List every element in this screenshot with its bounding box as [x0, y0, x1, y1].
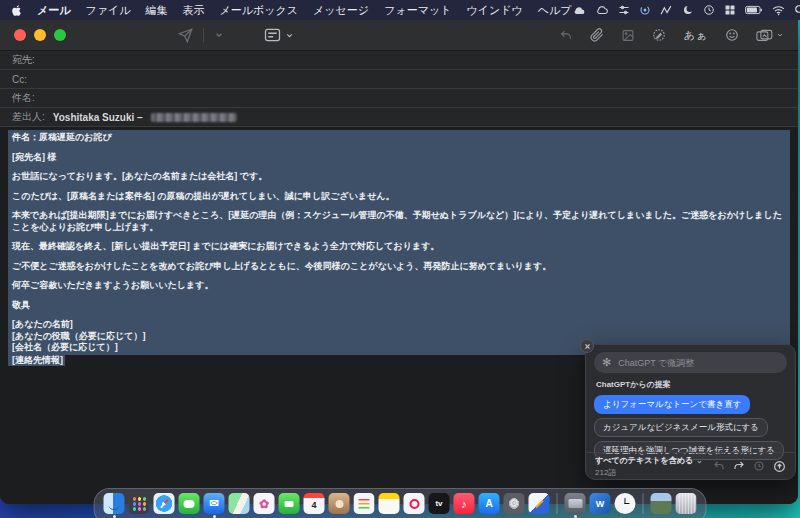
clock-status-icon[interactable] — [703, 4, 715, 16]
cloud-sync-icon[interactable] — [595, 4, 609, 16]
dock-item-word[interactable]: W — [590, 493, 611, 514]
body-paragraph: 本来であれば[提出期限]までにお届けすべきところ、[遅延の理由（例：スケジュール… — [12, 210, 786, 233]
mail-compose-window: あぁ 宛先: Cc: 件名: 差出人: Yoshitaka Suzuki – — [0, 20, 798, 504]
menu-item-6[interactable]: フォーマット — [384, 3, 451, 18]
menu-item-0[interactable]: メール — [37, 3, 71, 18]
dock-separator — [643, 493, 644, 514]
dock-item-maps[interactable] — [229, 493, 250, 514]
suggestion-pill-1[interactable]: カジュアルなビジネスメール形式にする — [594, 418, 768, 437]
apple-menu-icon[interactable] — [10, 3, 23, 18]
screen-window-app-icon — [565, 493, 586, 514]
calendar-app-icon: 4 — [304, 493, 325, 514]
search-icon[interactable] — [794, 4, 800, 16]
app-store-app-icon: A — [479, 493, 500, 514]
chevron-updown-icon: ⌄ — [696, 456, 703, 465]
apple-tv-app-icon: tv — [429, 493, 450, 514]
close-window-button[interactable] — [14, 29, 26, 41]
subject-label: 件名: — [12, 91, 35, 105]
dock-item-notes[interactable] — [379, 493, 400, 514]
media-browser-button[interactable] — [756, 29, 784, 42]
emoji-icon[interactable] — [725, 28, 739, 42]
activity-icon[interactable] — [660, 5, 673, 16]
signature-line: [あなたの役職（必要に応じて）] — [12, 331, 786, 343]
dock-item-keynote[interactable] — [529, 493, 550, 514]
facetime-app-icon — [279, 493, 300, 514]
minimize-window-button[interactable] — [34, 29, 46, 41]
chatgpt-input-wrap[interactable]: ✻ — [594, 352, 787, 373]
dock-item-mail[interactable]: ✉ — [204, 493, 225, 514]
to-field[interactable]: 宛先: — [0, 51, 798, 70]
chevron-down-icon[interactable] — [214, 30, 224, 40]
dock-item-photos[interactable]: ✿ — [254, 493, 275, 514]
redo-icon[interactable] — [733, 460, 745, 472]
subject-field[interactable]: 件名: — [0, 89, 798, 108]
body-paragraph: ご不便とご迷惑をおかけしたことを改めてお詫び申し上げるとともに、今後同様のことが… — [12, 261, 786, 273]
menu-item-1[interactable]: ファイル — [86, 3, 131, 18]
body-paragraph: 何卒ご容赦いただきますようお願いいたします。 — [12, 280, 786, 292]
scope-block: すべてのテキストを含める ⌄ 212語 — [595, 455, 703, 478]
battery-icon[interactable] — [745, 5, 763, 15]
moon-icon[interactable] — [682, 4, 694, 16]
launchpad-app-icon — [129, 493, 150, 514]
insert-photo-icon[interactable] — [621, 29, 635, 42]
undo-icon[interactable] — [713, 460, 725, 472]
dock-item-launchpad[interactable] — [129, 493, 150, 514]
menu-item-7[interactable]: ウインドウ — [466, 3, 522, 18]
sliders-icon[interactable] — [618, 4, 630, 16]
suggestions-label: ChatGPTからの提案 — [596, 379, 787, 390]
menu-item-2[interactable]: 編集 — [146, 3, 168, 18]
format-button[interactable]: あぁ — [683, 28, 708, 43]
body-paragraph: 敬具 — [12, 300, 786, 312]
from-field[interactable]: 差出人: Yoshitaka Suzuki – — [0, 108, 798, 127]
dock-item-photo-file[interactable] — [651, 493, 672, 514]
dock-item-facetime[interactable] — [279, 493, 300, 514]
retry-icon[interactable] — [753, 460, 765, 472]
screenshot-grid-icon[interactable] — [724, 4, 736, 16]
dock-item-reminders[interactable] — [354, 493, 375, 514]
body-paragraph: お世話になっております。[あなたの名前または会社名] です。 — [12, 171, 786, 183]
submit-icon[interactable] — [773, 460, 786, 473]
status-icons — [572, 4, 800, 16]
dock-item-music[interactable]: ♪ — [454, 493, 475, 514]
panel-footer: すべてのテキストを含める ⌄ 212語 — [586, 452, 795, 479]
writing-tools-icon[interactable] — [652, 28, 666, 42]
menu-item-4[interactable]: メールボックス — [220, 3, 299, 18]
redacted-email — [151, 113, 237, 122]
chatgpt-input[interactable] — [616, 357, 779, 369]
window-titlebar[interactable]: あぁ — [0, 20, 798, 51]
dock-item-system-settings[interactable]: ⚙ — [504, 493, 525, 514]
menu-item-5[interactable]: メッセージ — [313, 3, 369, 18]
suggestion-pill-0[interactable]: よりフォーマルなトーンで書き直す — [594, 395, 750, 414]
dock-item-contacts[interactable] — [329, 493, 350, 514]
header-fields-button[interactable] — [264, 28, 294, 42]
network-swirl-icon[interactable] — [639, 4, 651, 16]
attachment-icon[interactable] — [590, 28, 604, 42]
dock-item-safari[interactable] — [154, 493, 175, 514]
body-paragraph: [宛先名] 様 — [12, 152, 786, 164]
dock-item-apple-tv[interactable]: tv — [429, 493, 450, 514]
selected-text-block: 件名：原稿遅延のお詫び[宛先名] 様お世話になっております。[あなたの名前または… — [8, 130, 790, 355]
menu-bar: メールファイル編集表示メールボックスメッセージフォーマットウインドウヘルプ 6月… — [0, 0, 800, 20]
scope-selector[interactable]: すべてのテキストを含める ⌄ — [595, 455, 703, 466]
dock-item-screen-window[interactable] — [565, 493, 586, 514]
wifi-icon[interactable] — [772, 5, 785, 16]
dock-item-clock[interactable] — [615, 493, 636, 514]
close-icon[interactable] — [580, 339, 594, 353]
zoom-window-button[interactable] — [54, 29, 66, 41]
dock-item-trash[interactable] — [676, 493, 697, 514]
chevron-down-icon — [776, 31, 784, 39]
dock-item-fitness[interactable] — [404, 493, 425, 514]
menu-item-8[interactable]: ヘルプ — [538, 3, 572, 18]
dock-item-messages[interactable] — [179, 493, 200, 514]
dock-item-finder[interactable] — [104, 493, 125, 514]
dock-item-calendar[interactable]: 4 — [304, 493, 325, 514]
cloud-icon[interactable] — [572, 4, 586, 16]
dock-item-app-store[interactable]: A — [479, 493, 500, 514]
send-icon[interactable] — [178, 28, 193, 43]
cc-field[interactable]: Cc: — [0, 70, 798, 89]
signature-line: [あなたの名前] — [12, 319, 786, 331]
undo-icon[interactable] — [559, 29, 573, 42]
menu-item-3[interactable]: 表示 — [183, 3, 205, 18]
trash-app-icon — [676, 493, 697, 514]
body-paragraph: 現在、最終確認を終え、[新しい提出予定日] までには確実にお届けできるよう全力で… — [12, 241, 786, 253]
